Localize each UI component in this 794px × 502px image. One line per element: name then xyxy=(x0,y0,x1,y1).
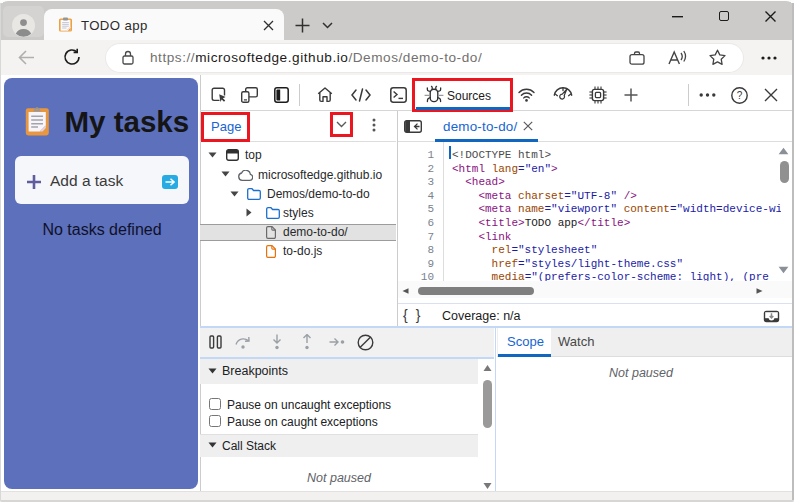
svg-text:?: ? xyxy=(737,90,743,101)
